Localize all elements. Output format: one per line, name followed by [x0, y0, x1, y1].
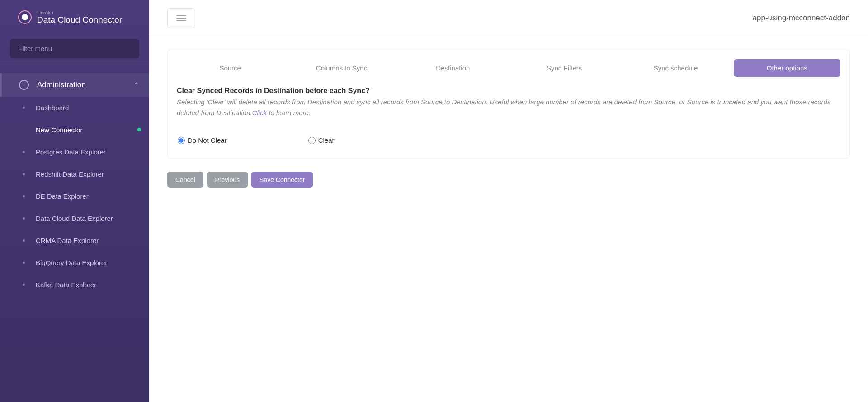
sidebar-item-new-connector[interactable]: New Connector [0, 119, 149, 141]
tab-label: Destination [436, 64, 470, 72]
content: Source Columns to Sync Destination Sync … [149, 36, 868, 201]
hamburger-icon [176, 15, 186, 21]
sidebar-item-label: Data Cloud Data Explorer [36, 215, 113, 222]
sidebar-item-kafka-data-explorer[interactable]: Kafka Data Explorer [0, 274, 149, 296]
filter-menu-input[interactable] [10, 39, 139, 58]
nav-section-label: Administration [37, 80, 134, 89]
bullet-icon [23, 151, 25, 153]
bullet-icon [23, 239, 25, 242]
sidebar-item-bigquery-data-explorer[interactable]: BigQuery Data Explorer [0, 252, 149, 274]
nav-section-administration[interactable]: i Administration ⌃ [0, 73, 149, 97]
section-heading: Clear Synced Records in Destination befo… [177, 87, 840, 95]
topbar: app-using-mcconnect-addon [149, 0, 868, 36]
tab-label: Source [219, 64, 241, 72]
sidebar-item-label: Kafka Data Explorer [36, 281, 96, 289]
radio-label: Clear [318, 136, 335, 144]
sidebar: Heroku Data Cloud Connector i Administra… [0, 0, 149, 402]
app-logo-icon [18, 10, 32, 24]
bullet-icon [23, 284, 25, 286]
sidebar-item-label: Dashboard [36, 104, 69, 112]
radio-input-clear[interactable] [308, 137, 316, 144]
save-connector-button[interactable]: Save Connector [251, 172, 313, 188]
nav-items: Dashboard New Connector Postgres Data Ex… [0, 97, 149, 296]
clear-option-radio-group: Do Not Clear Clear [177, 136, 840, 144]
app-name-label: app-using-mcconnect-addon [753, 14, 850, 23]
sidebar-item-label: Postgres Data Explorer [36, 148, 106, 156]
radio-do-not-clear[interactable]: Do Not Clear [178, 136, 227, 144]
bullet-icon [23, 217, 25, 220]
bullet-icon [23, 107, 25, 109]
radio-clear[interactable]: Clear [308, 136, 335, 144]
tab-other-options[interactable]: Other options [734, 59, 840, 77]
tab-destination[interactable]: Destination [400, 59, 506, 77]
tab-label: Sync Filters [547, 64, 582, 72]
divider [0, 65, 149, 65]
cancel-button[interactable]: Cancel [167, 172, 203, 188]
bullet-icon [23, 195, 25, 197]
section-description: Selecting 'Clear' will delete all record… [177, 97, 840, 118]
sidebar-header: Heroku Data Cloud Connector [0, 0, 149, 33]
sidebar-item-redshift-data-explorer[interactable]: Redshift Data Explorer [0, 163, 149, 185]
logo-text: Heroku Data Cloud Connector [37, 10, 122, 25]
active-indicator-icon [137, 128, 141, 131]
bullet-icon [23, 173, 25, 175]
radio-label: Do Not Clear [188, 136, 227, 144]
sidebar-item-label: DE Data Explorer [36, 192, 89, 200]
sidebar-item-dashboard[interactable]: Dashboard [0, 97, 149, 119]
sidebar-item-postgres-data-explorer[interactable]: Postgres Data Explorer [0, 141, 149, 163]
footer-buttons: Cancel Previous Save Connector [167, 172, 850, 188]
learn-more-link[interactable]: Click [252, 109, 267, 117]
tab-source[interactable]: Source [177, 59, 283, 77]
sidebar-item-de-data-explorer[interactable]: DE Data Explorer [0, 185, 149, 207]
tab-label: Columns to Sync [316, 64, 367, 72]
menu-toggle-button[interactable] [167, 8, 195, 28]
connector-card: Source Columns to Sync Destination Sync … [167, 50, 850, 158]
tab-label: Sync schedule [654, 64, 698, 72]
logo-title: Data Cloud Connector [37, 15, 122, 25]
radio-input-do-not-clear[interactable] [178, 137, 185, 144]
description-suffix: to learn more. [267, 109, 311, 117]
sidebar-item-crma-data-explorer[interactable]: CRMA Data Explorer [0, 229, 149, 252]
sidebar-item-label: Redshift Data Explorer [36, 170, 104, 178]
tab-label: Other options [767, 64, 807, 72]
chevron-up-icon: ⌃ [134, 81, 139, 89]
main-area: app-using-mcconnect-addon Source Columns… [149, 0, 868, 402]
sidebar-item-label: BigQuery Data Explorer [36, 259, 107, 266]
sidebar-item-data-cloud-data-explorer[interactable]: Data Cloud Data Explorer [0, 207, 149, 229]
previous-button[interactable]: Previous [207, 172, 248, 188]
bullet-icon [23, 129, 25, 131]
bullet-icon [23, 262, 25, 264]
tabs: Source Columns to Sync Destination Sync … [177, 59, 840, 77]
tab-columns-to-sync[interactable]: Columns to Sync [288, 59, 395, 77]
sidebar-item-label: CRMA Data Explorer [36, 237, 99, 244]
tab-sync-schedule[interactable]: Sync schedule [622, 59, 729, 77]
info-icon: i [19, 80, 29, 90]
tab-sync-filters[interactable]: Sync Filters [511, 59, 618, 77]
sidebar-item-label: New Connector [36, 126, 82, 134]
